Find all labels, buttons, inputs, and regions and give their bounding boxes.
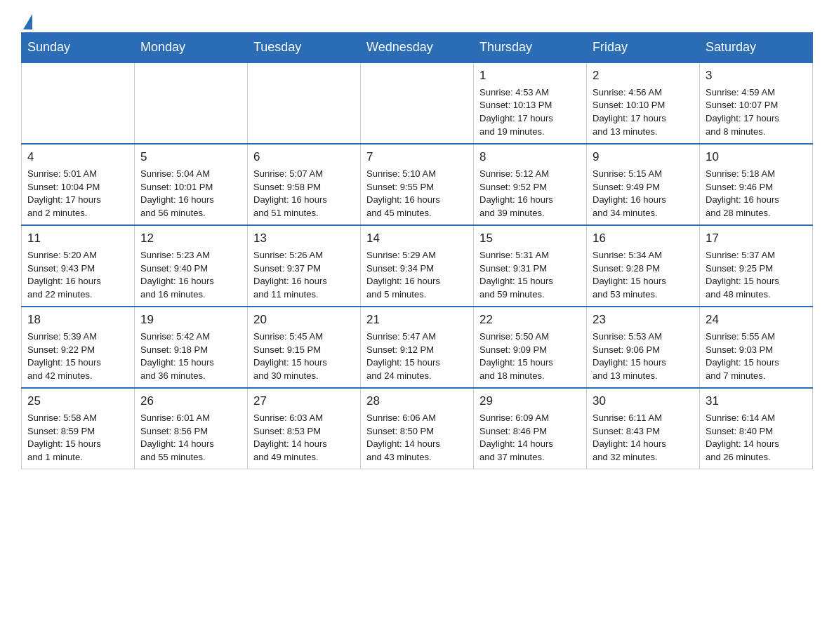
day-number: 21 xyxy=(366,311,468,329)
calendar-cell: 1Sunrise: 4:53 AMSunset: 10:13 PMDayligh… xyxy=(474,62,587,144)
day-number: 30 xyxy=(593,393,694,410)
day-number: 9 xyxy=(593,149,694,166)
calendar-cell: 30Sunrise: 6:11 AMSunset: 8:43 PMDayligh… xyxy=(587,388,700,469)
calendar-cell: 18Sunrise: 5:39 AMSunset: 9:22 PMDayligh… xyxy=(22,307,135,388)
day-number: 10 xyxy=(706,149,807,166)
weekday-header-saturday: Saturday xyxy=(700,33,813,63)
day-info: Sunrise: 5:50 AMSunset: 9:09 PMDaylight:… xyxy=(479,330,581,383)
day-info: Sunrise: 5:39 AMSunset: 9:22 PMDaylight:… xyxy=(27,330,128,383)
day-info: Sunrise: 6:01 AMSunset: 8:56 PMDaylight:… xyxy=(140,412,241,464)
day-number: 14 xyxy=(366,230,468,248)
calendar-cell: 2Sunrise: 4:56 AMSunset: 10:10 PMDayligh… xyxy=(587,62,700,144)
day-number: 17 xyxy=(706,230,807,248)
day-info: Sunrise: 5:18 AMSunset: 9:46 PMDaylight:… xyxy=(706,168,807,220)
day-number: 22 xyxy=(479,311,581,329)
calendar-cell: 26Sunrise: 6:01 AMSunset: 8:56 PMDayligh… xyxy=(135,388,248,469)
day-number: 28 xyxy=(366,393,468,410)
day-number: 2 xyxy=(593,67,694,85)
day-number: 27 xyxy=(253,393,355,410)
calendar-cell: 11Sunrise: 5:20 AMSunset: 9:43 PMDayligh… xyxy=(22,225,135,307)
calendar-cell: 6Sunrise: 5:07 AMSunset: 9:58 PMDaylight… xyxy=(248,144,361,225)
calendar-cell: 4Sunrise: 5:01 AMSunset: 10:04 PMDayligh… xyxy=(22,144,135,225)
day-number: 16 xyxy=(593,230,694,248)
calendar-cell: 15Sunrise: 5:31 AMSunset: 9:31 PMDayligh… xyxy=(474,225,587,307)
day-number: 11 xyxy=(27,230,128,248)
calendar-cell: 27Sunrise: 6:03 AMSunset: 8:53 PMDayligh… xyxy=(248,388,361,469)
day-number: 3 xyxy=(706,67,807,85)
calendar-cell: 24Sunrise: 5:55 AMSunset: 9:03 PMDayligh… xyxy=(700,307,813,388)
day-info: Sunrise: 6:03 AMSunset: 8:53 PMDaylight:… xyxy=(253,412,355,464)
day-number: 6 xyxy=(253,149,355,166)
day-info: Sunrise: 6:06 AMSunset: 8:50 PMDaylight:… xyxy=(366,412,468,464)
day-number: 24 xyxy=(706,311,807,329)
calendar-cell: 25Sunrise: 5:58 AMSunset: 8:59 PMDayligh… xyxy=(22,388,135,469)
logo-triangle-icon xyxy=(23,14,32,29)
calendar-cell: 28Sunrise: 6:06 AMSunset: 8:50 PMDayligh… xyxy=(361,388,474,469)
calendar-week-5: 25Sunrise: 5:58 AMSunset: 8:59 PMDayligh… xyxy=(22,388,813,469)
day-info: Sunrise: 5:47 AMSunset: 9:12 PMDaylight:… xyxy=(366,330,468,383)
calendar-cell: 23Sunrise: 5:53 AMSunset: 9:06 PMDayligh… xyxy=(587,307,700,388)
calendar-cell: 22Sunrise: 5:50 AMSunset: 9:09 PMDayligh… xyxy=(474,307,587,388)
calendar-week-4: 18Sunrise: 5:39 AMSunset: 9:22 PMDayligh… xyxy=(22,307,813,388)
calendar-cell: 17Sunrise: 5:37 AMSunset: 9:25 PMDayligh… xyxy=(700,225,813,307)
day-number: 4 xyxy=(27,149,128,166)
calendar-cell xyxy=(248,62,361,144)
day-number: 26 xyxy=(140,393,241,410)
day-info: Sunrise: 5:12 AMSunset: 9:52 PMDaylight:… xyxy=(479,168,581,220)
calendar-cell: 9Sunrise: 5:15 AMSunset: 9:49 PMDaylight… xyxy=(587,144,700,225)
day-info: Sunrise: 5:55 AMSunset: 9:03 PMDaylight:… xyxy=(706,330,807,383)
calendar-cell: 31Sunrise: 6:14 AMSunset: 8:40 PMDayligh… xyxy=(700,388,813,469)
day-info: Sunrise: 5:42 AMSunset: 9:18 PMDaylight:… xyxy=(140,330,241,383)
calendar-header: SundayMondayTuesdayWednesdayThursdayFrid… xyxy=(22,33,813,63)
day-info: Sunrise: 6:14 AMSunset: 8:40 PMDaylight:… xyxy=(706,412,807,464)
day-info: Sunrise: 5:07 AMSunset: 9:58 PMDaylight:… xyxy=(253,168,355,220)
calendar-cell: 12Sunrise: 5:23 AMSunset: 9:40 PMDayligh… xyxy=(135,225,248,307)
calendar-cell: 8Sunrise: 5:12 AMSunset: 9:52 PMDaylight… xyxy=(474,144,587,225)
day-info: Sunrise: 5:34 AMSunset: 9:28 PMDaylight:… xyxy=(593,249,694,302)
day-info: Sunrise: 5:58 AMSunset: 8:59 PMDaylight:… xyxy=(27,412,128,464)
day-number: 18 xyxy=(27,311,128,329)
day-info: Sunrise: 5:37 AMSunset: 9:25 PMDaylight:… xyxy=(706,249,807,302)
weekday-header-tuesday: Tuesday xyxy=(248,33,361,63)
day-number: 19 xyxy=(140,311,241,329)
day-info: Sunrise: 5:20 AMSunset: 9:43 PMDaylight:… xyxy=(27,249,128,302)
calendar-table: SundayMondayTuesdayWednesdayThursdayFrid… xyxy=(21,32,813,469)
weekday-header-thursday: Thursday xyxy=(474,33,587,63)
day-info: Sunrise: 5:45 AMSunset: 9:15 PMDaylight:… xyxy=(253,330,355,383)
calendar-body: 1Sunrise: 4:53 AMSunset: 10:13 PMDayligh… xyxy=(22,62,813,469)
calendar-cell: 3Sunrise: 4:59 AMSunset: 10:07 PMDayligh… xyxy=(700,62,813,144)
weekday-header-monday: Monday xyxy=(135,33,248,63)
calendar-week-3: 11Sunrise: 5:20 AMSunset: 9:43 PMDayligh… xyxy=(22,225,813,307)
day-number: 31 xyxy=(706,393,807,410)
calendar-cell: 7Sunrise: 5:10 AMSunset: 9:55 PMDaylight… xyxy=(361,144,474,225)
weekday-header-friday: Friday xyxy=(587,33,700,63)
day-info: Sunrise: 5:31 AMSunset: 9:31 PMDaylight:… xyxy=(479,249,581,302)
day-number: 7 xyxy=(366,149,468,166)
calendar-cell: 21Sunrise: 5:47 AMSunset: 9:12 PMDayligh… xyxy=(361,307,474,388)
day-number: 1 xyxy=(479,67,581,85)
day-info: Sunrise: 5:29 AMSunset: 9:34 PMDaylight:… xyxy=(366,249,468,302)
day-number: 12 xyxy=(140,230,241,248)
day-info: Sunrise: 4:56 AMSunset: 10:10 PMDaylight… xyxy=(593,86,694,139)
calendar-week-2: 4Sunrise: 5:01 AMSunset: 10:04 PMDayligh… xyxy=(22,144,813,225)
day-info: Sunrise: 4:53 AMSunset: 10:13 PMDaylight… xyxy=(479,86,581,139)
calendar-cell: 19Sunrise: 5:42 AMSunset: 9:18 PMDayligh… xyxy=(135,307,248,388)
day-info: Sunrise: 5:23 AMSunset: 9:40 PMDaylight:… xyxy=(140,249,241,302)
calendar-cell: 20Sunrise: 5:45 AMSunset: 9:15 PMDayligh… xyxy=(248,307,361,388)
page-header xyxy=(21,14,813,25)
calendar-cell: 10Sunrise: 5:18 AMSunset: 9:46 PMDayligh… xyxy=(700,144,813,225)
weekday-header-wednesday: Wednesday xyxy=(361,33,474,63)
day-number: 23 xyxy=(593,311,694,329)
day-info: Sunrise: 5:04 AMSunset: 10:01 PMDaylight… xyxy=(140,168,241,220)
day-number: 25 xyxy=(27,393,128,410)
day-info: Sunrise: 5:10 AMSunset: 9:55 PMDaylight:… xyxy=(366,168,468,220)
day-number: 13 xyxy=(253,230,355,248)
calendar-cell: 5Sunrise: 5:04 AMSunset: 10:01 PMDayligh… xyxy=(135,144,248,225)
calendar-week-1: 1Sunrise: 4:53 AMSunset: 10:13 PMDayligh… xyxy=(22,62,813,144)
calendar-cell: 14Sunrise: 5:29 AMSunset: 9:34 PMDayligh… xyxy=(361,225,474,307)
logo xyxy=(21,14,32,25)
day-number: 8 xyxy=(479,149,581,166)
day-info: Sunrise: 4:59 AMSunset: 10:07 PMDaylight… xyxy=(706,86,807,139)
calendar-cell xyxy=(135,62,248,144)
day-info: Sunrise: 6:11 AMSunset: 8:43 PMDaylight:… xyxy=(593,412,694,464)
